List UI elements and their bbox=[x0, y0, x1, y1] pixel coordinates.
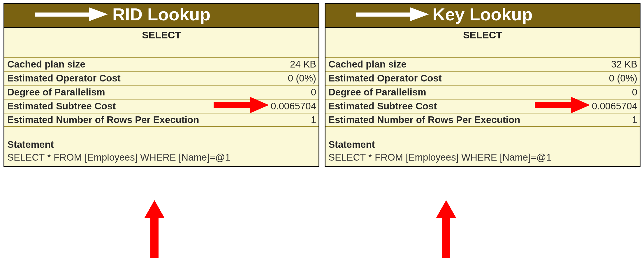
page-root: RID Lookup SELECT Cached plan size 24 KB… bbox=[0, 0, 644, 263]
svg-rect-0 bbox=[35, 13, 90, 17]
property-value: 0 (0%) bbox=[609, 73, 637, 84]
svg-marker-3 bbox=[250, 97, 269, 113]
property-label: Degree of Parallelism bbox=[328, 87, 426, 98]
property-label: Cached plan size bbox=[7, 59, 85, 70]
property-value: 32 KB bbox=[611, 59, 637, 70]
statement-block: Statement SELECT * FROM [Employees] WHER… bbox=[325, 127, 640, 166]
property-row-highlight: Estimated Subtree Cost 0.0065704 bbox=[325, 99, 640, 113]
panel-header-rid: RID Lookup bbox=[4, 4, 319, 28]
panel-body-rid: SELECT Cached plan size 24 KB Estimated … bbox=[4, 28, 319, 166]
property-row: Estimated Number of Rows Per Execution 1 bbox=[4, 113, 319, 127]
statement-block: Statement SELECT * FROM [Employees] WHER… bbox=[4, 127, 319, 166]
statement-text: SELECT * FROM [Employees] WHERE [Name]=@… bbox=[7, 151, 316, 164]
spacer bbox=[328, 127, 637, 139]
property-label: Estimated Subtree Cost bbox=[328, 101, 437, 112]
property-value: 1 bbox=[311, 114, 316, 125]
statement-label: Statement bbox=[7, 139, 316, 151]
svg-rect-9 bbox=[150, 217, 159, 258]
property-value: 1 bbox=[632, 114, 637, 125]
arrow-right-icon bbox=[356, 6, 429, 25]
panel-title: RID Lookup bbox=[112, 5, 211, 24]
panel-title: Key Lookup bbox=[432, 5, 532, 24]
property-value: 0 (0%) bbox=[288, 73, 316, 84]
property-value: 0.0065704 bbox=[271, 101, 316, 112]
panel-rid-lookup: RID Lookup SELECT Cached plan size 24 KB… bbox=[3, 3, 319, 167]
property-row: Estimated Operator Cost 0 (0%) bbox=[325, 71, 640, 85]
property-row: Estimated Operator Cost 0 (0%) bbox=[4, 71, 319, 85]
body-title: SELECT bbox=[325, 28, 640, 43]
property-row: Estimated Number of Rows Per Execution 1 bbox=[325, 113, 640, 127]
svg-rect-4 bbox=[356, 13, 411, 17]
property-label: Degree of Parallelism bbox=[7, 87, 105, 98]
highlight-arrow-up-icon bbox=[144, 200, 165, 260]
property-row: Cached plan size 24 KB bbox=[4, 57, 319, 71]
svg-rect-2 bbox=[214, 102, 251, 108]
svg-rect-6 bbox=[535, 102, 573, 108]
property-label: Estimated Operator Cost bbox=[7, 73, 121, 84]
svg-marker-7 bbox=[571, 97, 590, 113]
statement-label: Statement bbox=[328, 139, 637, 151]
property-row-highlight: Estimated Subtree Cost 0.0065704 bbox=[4, 99, 319, 113]
arrow-right-icon bbox=[35, 6, 108, 25]
spacer bbox=[4, 43, 319, 57]
property-value: 0 bbox=[311, 87, 316, 98]
property-row: Degree of Parallelism 0 bbox=[4, 85, 319, 99]
property-row: Cached plan size 32 KB bbox=[325, 57, 640, 71]
property-value: 0 bbox=[632, 87, 637, 98]
property-row: Degree of Parallelism 0 bbox=[325, 85, 640, 99]
panel-header-key: Key Lookup bbox=[325, 4, 640, 28]
svg-rect-11 bbox=[442, 217, 450, 258]
property-label: Cached plan size bbox=[328, 59, 407, 70]
svg-marker-5 bbox=[410, 7, 429, 21]
property-label: Estimated Subtree Cost bbox=[7, 101, 116, 112]
property-label: Estimated Number of Rows Per Execution bbox=[7, 114, 199, 125]
panels-container: RID Lookup SELECT Cached plan size 24 KB… bbox=[3, 3, 641, 167]
svg-marker-1 bbox=[89, 7, 108, 21]
highlight-arrow-up-icon bbox=[436, 200, 456, 260]
svg-marker-8 bbox=[144, 200, 165, 218]
panel-key-lookup: Key Lookup SELECT Cached plan size 32 KB… bbox=[325, 3, 641, 167]
property-value: 0.0065704 bbox=[592, 101, 637, 112]
svg-marker-10 bbox=[436, 200, 456, 218]
panel-body-key: SELECT Cached plan size 32 KB Estimated … bbox=[325, 28, 640, 166]
spacer bbox=[7, 127, 316, 139]
body-title: SELECT bbox=[4, 28, 319, 43]
spacer bbox=[325, 43, 640, 57]
property-value: 24 KB bbox=[290, 59, 316, 70]
property-label: Estimated Operator Cost bbox=[328, 73, 442, 84]
property-label: Estimated Number of Rows Per Execution bbox=[328, 114, 520, 125]
statement-text: SELECT * FROM [Employees] WHERE [Name]=@… bbox=[328, 151, 637, 164]
